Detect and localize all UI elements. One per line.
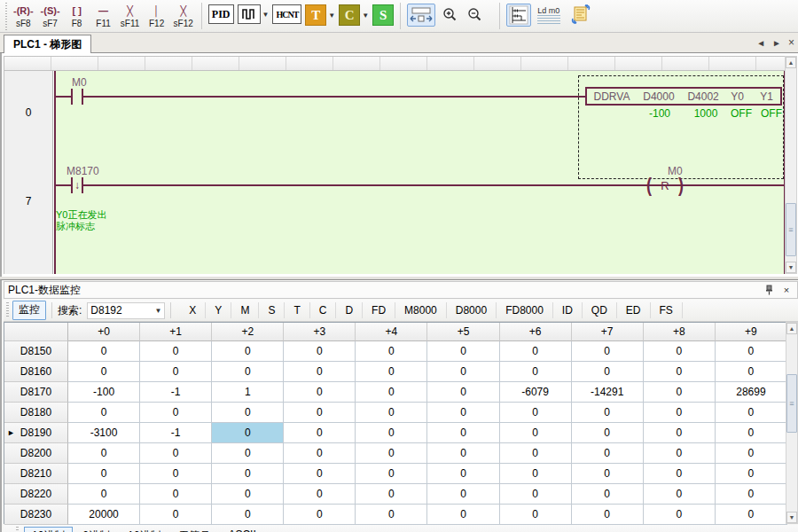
register-cell[interactable]: 0 bbox=[140, 362, 212, 382]
row-header-d8160[interactable]: D8160 bbox=[4, 362, 68, 382]
register-cell[interactable]: 0 bbox=[644, 423, 716, 443]
format-tab-10进制[interactable]: 10进制 bbox=[24, 527, 73, 532]
register-cell[interactable]: 0 bbox=[68, 464, 140, 484]
ladder-vertical-scrollbar[interactable]: ▲ ≡ ▼ bbox=[785, 56, 797, 274]
register-cell[interactable]: 0 bbox=[68, 403, 140, 423]
register-cell[interactable]: -3100 bbox=[68, 423, 140, 443]
register-cell[interactable]: 0 bbox=[716, 341, 787, 362]
register-cell[interactable]: 0 bbox=[284, 423, 356, 443]
format-tab-无符号[interactable]: 无符号 bbox=[170, 527, 218, 532]
hcnt-button[interactable]: HCNT bbox=[272, 4, 301, 24]
device-tab-c[interactable]: C bbox=[310, 302, 337, 318]
device-tab-m8000[interactable]: M8000 bbox=[395, 302, 447, 318]
register-cell[interactable]: 0 bbox=[500, 443, 572, 464]
close-tab-icon[interactable]: × bbox=[788, 36, 794, 49]
device-tab-id[interactable]: ID bbox=[553, 302, 583, 318]
format-tab-2进制[interactable]: 2进制 bbox=[74, 527, 118, 532]
register-cell[interactable]: 0 bbox=[356, 443, 427, 464]
toolbar-grip[interactable] bbox=[6, 302, 9, 318]
device-tab-fs[interactable]: FS bbox=[651, 302, 683, 318]
register-cell[interactable]: 0 bbox=[644, 464, 716, 484]
column-header[interactable]: +9 bbox=[716, 323, 787, 341]
register-cell[interactable]: 0 bbox=[356, 362, 427, 382]
device-tab-x[interactable]: X bbox=[180, 302, 206, 318]
register-cell[interactable]: -6079 bbox=[500, 382, 572, 403]
register-cell[interactable]: 0 bbox=[716, 423, 787, 443]
device-tab-t[interactable]: T bbox=[285, 302, 309, 318]
device-tab-s[interactable]: S bbox=[259, 302, 285, 318]
column-header[interactable]: +4 bbox=[356, 323, 427, 341]
reset-coil-button[interactable]: -(R)-sF8 bbox=[10, 1, 37, 32]
device-comment[interactable]: Y0正在发出脉冲标志 bbox=[56, 209, 107, 232]
register-cell[interactable]: 0 bbox=[212, 443, 284, 464]
column-header[interactable]: +0 bbox=[68, 323, 140, 341]
column-header[interactable]: +1 bbox=[140, 323, 212, 341]
register-cell[interactable]: 0 bbox=[212, 464, 284, 484]
toolbar-grip[interactable] bbox=[16, 527, 19, 532]
format-tab-16进制[interactable]: 16进制 bbox=[120, 527, 168, 532]
register-cell[interactable]: 0 bbox=[284, 464, 356, 484]
row-header-d8190[interactable]: D8190► bbox=[4, 423, 68, 443]
delete-horizontal-line-button[interactable]: ╳sF11 bbox=[117, 1, 144, 32]
pulse-instruction-button[interactable]: ▼ bbox=[238, 4, 270, 24]
register-cell[interactable]: 0 bbox=[212, 341, 284, 362]
register-cell[interactable]: 0 bbox=[572, 464, 644, 484]
reset-coil-M0[interactable]: ( R ) bbox=[646, 176, 684, 195]
chevron-down-icon[interactable]: ▼ bbox=[154, 307, 161, 315]
register-cell[interactable]: -1 bbox=[140, 423, 212, 443]
table-vertical-scrollbar[interactable]: ▲ ≡ ▼ bbox=[786, 322, 798, 524]
register-cell[interactable]: 28699 bbox=[716, 382, 787, 403]
register-cell[interactable]: 0 bbox=[140, 443, 212, 464]
register-cell[interactable]: 0 bbox=[644, 403, 716, 423]
register-cell[interactable]: 0 bbox=[284, 505, 356, 525]
register-cell[interactable]: 0 bbox=[284, 382, 356, 403]
register-cell[interactable]: 0 bbox=[427, 341, 499, 362]
tab-scroll-left-icon[interactable]: ◄ bbox=[756, 38, 765, 48]
register-cell[interactable]: 0 bbox=[356, 423, 427, 443]
register-cell[interactable]: 0 bbox=[427, 362, 499, 382]
toolbar-grip[interactable] bbox=[5, 3, 7, 31]
row-header-d8150[interactable]: D8150 bbox=[4, 341, 68, 362]
pin-icon[interactable] bbox=[765, 285, 779, 295]
device-tab-qd[interactable]: QD bbox=[583, 302, 617, 318]
register-cell[interactable]: 0 bbox=[500, 423, 572, 443]
register-cell[interactable]: 0 bbox=[572, 362, 644, 382]
register-cell[interactable]: 0 bbox=[644, 362, 716, 382]
contact-M8170-falling-edge[interactable]: ↓ bbox=[71, 177, 83, 193]
register-cell[interactable]: 0 bbox=[572, 423, 644, 443]
vertical-line-button[interactable]: │F12 bbox=[144, 1, 170, 32]
column-header[interactable]: +5 bbox=[427, 323, 499, 341]
register-cell[interactable]: 0 bbox=[644, 484, 716, 505]
row-header-d8200[interactable]: D8200 bbox=[4, 443, 68, 464]
instruction-list-view-button[interactable]: Ld m0 bbox=[535, 4, 563, 27]
set-coil-button[interactable]: -(S)-sF7 bbox=[37, 1, 64, 32]
monitor-toggle-button[interactable]: 监控 bbox=[12, 301, 46, 320]
register-cell[interactable]: 0 bbox=[356, 382, 427, 403]
register-cell[interactable]: 0 bbox=[500, 505, 572, 525]
row-header-d8230[interactable]: D8230 bbox=[4, 505, 68, 525]
register-cell[interactable]: 0 bbox=[284, 341, 356, 362]
register-cell[interactable]: 0 bbox=[212, 505, 284, 525]
search-register-combo[interactable]: D8192 ▼ bbox=[87, 302, 165, 319]
ladder-il-convert-button[interactable] bbox=[567, 4, 595, 27]
register-cell[interactable]: 0 bbox=[716, 484, 787, 505]
register-cell[interactable]: 0 bbox=[68, 362, 140, 382]
horizontal-line-button[interactable]: —F11 bbox=[90, 1, 117, 32]
device-tab-ed[interactable]: ED bbox=[617, 302, 651, 318]
register-cell[interactable]: 0 bbox=[284, 443, 356, 464]
row-header-d8180[interactable]: D8180 bbox=[4, 403, 68, 423]
register-cell[interactable]: 0 bbox=[140, 505, 212, 525]
register-cell[interactable]: 0 bbox=[500, 464, 572, 484]
register-cell[interactable]: 0 bbox=[356, 403, 427, 423]
register-cell[interactable]: 0 bbox=[212, 484, 284, 505]
scrollbar-thumb[interactable]: ≡ bbox=[786, 203, 796, 256]
register-cell[interactable]: 0 bbox=[500, 362, 572, 382]
register-cell[interactable]: 0 bbox=[356, 341, 427, 362]
register-cell[interactable]: 0 bbox=[68, 341, 140, 362]
register-cell[interactable]: -1 bbox=[140, 382, 212, 403]
register-cell[interactable]: 0 bbox=[140, 403, 212, 423]
column-header[interactable]: +3 bbox=[284, 323, 356, 341]
register-cell[interactable]: 0 bbox=[716, 362, 787, 382]
device-tab-d[interactable]: D bbox=[336, 302, 363, 318]
scroll-up-icon[interactable]: ▲ bbox=[786, 57, 796, 68]
